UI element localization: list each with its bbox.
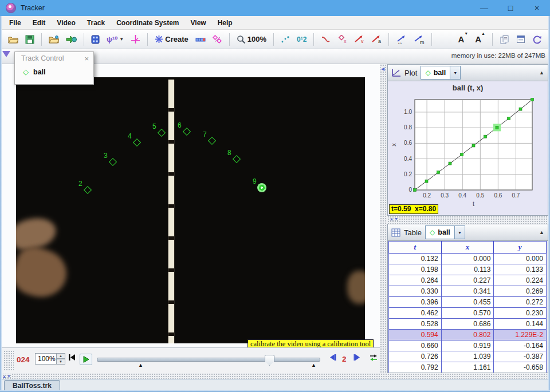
font-smaller-button[interactable]: A▼ — [455, 32, 471, 47]
svg-text:m: m — [420, 39, 425, 44]
data-tool-button[interactable] — [497, 32, 512, 47]
svg-text:0.6: 0.6 — [494, 192, 502, 199]
player-bar: 024 100% ▲▼ ▲ ▲ 2 — [2, 347, 380, 373]
page-view-button[interactable] — [513, 32, 528, 47]
table-row[interactable]: 0.7261.039-0.387 — [389, 351, 547, 362]
plot-area[interactable]: ball (t, x) 0.20.30.40.50.60.700.20.40.6… — [387, 81, 548, 216]
close-button[interactable]: × — [524, 3, 550, 13]
frame-slider[interactable] — [97, 358, 320, 362]
tape-measure-button[interactable] — [192, 32, 209, 47]
player-grip[interactable] — [3, 350, 14, 371]
vector-button[interactable]: ↔ — [393, 32, 410, 47]
vertical-splitter[interactable]: ◀ — [380, 64, 387, 373]
svg-text:0.3: 0.3 — [441, 192, 449, 199]
track-control-close-icon[interactable]: × — [84, 54, 89, 63]
track-display-icon: ψ¹⁰ — [107, 35, 117, 43]
column-header-y[interactable]: y — [494, 241, 547, 254]
menu-item-file[interactable]: File — [3, 16, 27, 30]
step-forward-icon — [353, 354, 362, 361]
table-row[interactable]: 0.4620.5700.230 — [389, 308, 547, 319]
video-zoom-spinner[interactable]: 100% ▲▼ — [35, 353, 65, 365]
tab-balltoss[interactable]: BallToss.trk — [4, 380, 60, 391]
plot-chart[interactable]: 0.20.30.40.50.60.700.20.40.60.81.0tx — [388, 94, 548, 206]
import-video-button[interactable] — [63, 32, 80, 47]
track-display-button[interactable]: ψ¹⁰ ▼ — [104, 32, 127, 47]
video-canvas[interactable]: 23456789 — [16, 77, 365, 343]
table-cell: 0.594 — [389, 330, 442, 340]
table-row[interactable]: 0.2640.2270.224 — [389, 275, 547, 286]
table-row[interactable]: 0.3960.4550.272 — [389, 297, 547, 308]
maximize-button[interactable]: □ — [497, 3, 524, 13]
loop-button[interactable] — [369, 354, 378, 362]
number-labels-button[interactable]: 0¹2 — [294, 32, 309, 47]
svg-text:x: x — [344, 38, 347, 43]
tab-bar: BallToss.trk — [2, 379, 548, 391]
zoom-down-icon[interactable]: ▼ — [57, 359, 65, 365]
open-button[interactable] — [5, 32, 21, 47]
column-header-x[interactable]: x — [441, 241, 494, 254]
calibration-points-button[interactable] — [210, 32, 225, 47]
menu-item-view[interactable]: View — [185, 16, 212, 30]
splitter-arrows-icon[interactable]: ▲▼ — [2, 374, 11, 378]
font-bigger-button[interactable]: A▲ — [472, 32, 488, 47]
track-item-ball[interactable]: ◇ ball — [15, 65, 93, 76]
table-track-dropdown[interactable]: ◇ball ▼ — [425, 225, 465, 239]
clip-settings-button[interactable] — [88, 32, 103, 47]
track-control-window[interactable]: Track Control × ◇ ball — [14, 52, 94, 85]
menu-item-track[interactable]: Track — [81, 16, 111, 30]
zoom-level-label: 100% — [247, 35, 266, 43]
trails-button[interactable] — [278, 32, 293, 47]
play-button[interactable] — [80, 354, 92, 365]
table-row[interactable]: 0.3300.3410.269 — [389, 286, 547, 297]
acceleration-button[interactable]: a — [368, 32, 384, 47]
refresh-button[interactable] — [529, 32, 545, 47]
table-row[interactable]: 0.6600.919-0.164 — [389, 340, 547, 351]
panel-toggle-icon[interactable] — [2, 51, 10, 57]
window-border — [0, 16, 2, 392]
menu-item-coordinate-system[interactable]: Coordinate System — [111, 16, 184, 30]
plot-table-splitter[interactable]: ▲▼ — [387, 216, 548, 224]
create-button[interactable]: Create — [152, 32, 191, 47]
open-library-button[interactable] — [46, 32, 62, 47]
video-zoom-value[interactable]: 100% — [35, 353, 57, 365]
velocity-button[interactable]: v — [351, 32, 367, 47]
step-back-button[interactable] — [328, 354, 336, 361]
step-forward-button[interactable] — [353, 354, 362, 361]
plot-track-dropdown[interactable]: ◇ball ▼ — [421, 66, 461, 80]
out-point-marker[interactable]: ▲ — [311, 362, 316, 368]
separator — [273, 33, 274, 46]
dropdown-arrow-icon[interactable]: ▼ — [450, 66, 460, 79]
zoom-up-icon[interactable]: ▲ — [57, 353, 65, 359]
plot-collapse-icon[interactable]: ▲ — [539, 70, 544, 76]
table-collapse-icon[interactable]: ▲ — [539, 229, 544, 235]
table-row[interactable]: 0.1980.1130.133 — [389, 264, 547, 275]
dropdown-arrow-icon[interactable]: ▼ — [454, 226, 465, 239]
in-point-marker[interactable]: ▲ — [138, 362, 143, 368]
table-cell: 0.396 — [389, 297, 442, 308]
table-row[interactable]: 0.7921.161-0.658 — [389, 362, 547, 373]
reset-button[interactable] — [68, 354, 76, 361]
menu-item-video[interactable]: Video — [51, 16, 81, 30]
axes-button[interactable] — [128, 32, 143, 47]
data-tool-icon — [500, 35, 509, 44]
positions-button[interactable]: x — [335, 32, 350, 47]
menu-item-edit[interactable]: Edit — [27, 16, 52, 30]
track-point-label: 5 — [152, 122, 156, 130]
table-row[interactable]: 0.5940.8021.229E-2 — [389, 330, 547, 340]
splitter-arrows-icon[interactable]: ▲▼ — [390, 217, 399, 221]
table-row[interactable]: 0.1320.0000.000 — [389, 254, 547, 264]
step-size[interactable]: 2 — [342, 355, 347, 363]
track-control-titlebar[interactable]: Track Control × — [15, 52, 93, 65]
minimize-button[interactable]: — — [471, 3, 497, 13]
momentum-button[interactable]: m — [411, 32, 427, 47]
zoom-button[interactable]: 100% — [234, 32, 269, 47]
table-row[interactable]: 0.5280.6860.144 — [389, 319, 547, 330]
bottom-splitter[interactable]: ▲▼ — [0, 373, 547, 379]
zoom-icon — [237, 35, 246, 44]
menu-item-help[interactable]: Help — [212, 16, 238, 30]
collapse-left-icon[interactable]: ◀ — [381, 66, 384, 72]
save-button[interactable] — [22, 32, 37, 47]
path-button[interactable] — [318, 32, 333, 47]
slider-thumb[interactable] — [265, 355, 274, 366]
column-header-t[interactable]: t — [389, 241, 442, 254]
